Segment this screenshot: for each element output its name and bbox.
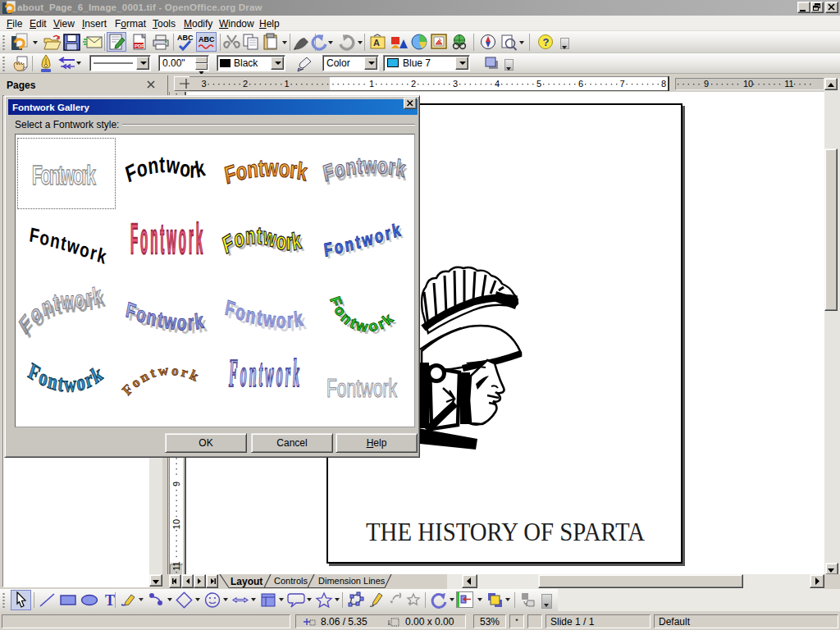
- svg-text:Fontwork: Fontwork: [28, 223, 109, 269]
- svg-text:1: 1: [369, 79, 374, 89]
- svg-text:Fontwork: Fontwork: [25, 358, 105, 396]
- svg-text:5: 5: [536, 79, 541, 89]
- svg-text:Fontwork: Fontwork: [326, 294, 397, 336]
- svg-text:10: 10: [743, 79, 753, 89]
- svg-text:3: 3: [453, 79, 458, 89]
- svg-text:Layout: Layout: [231, 576, 262, 587]
- svg-text:6: 6: [578, 79, 583, 89]
- svg-text:11: 11: [784, 79, 793, 89]
- svg-text:9: 9: [171, 482, 181, 486]
- svg-text:Fontwork: Fontwork: [32, 160, 97, 190]
- svg-text:Fontwork: Fontwork: [220, 221, 303, 259]
- svg-text:PDF: PDF: [135, 43, 144, 48]
- svg-text:A: A: [373, 38, 380, 48]
- svg-text:Fontwork: Fontwork: [119, 363, 201, 399]
- svg-text:2: 2: [243, 79, 248, 89]
- svg-text:Fontwork: Fontwork: [122, 151, 207, 188]
- svg-text:Fontwork: Fontwork: [222, 153, 309, 189]
- svg-text:1: 1: [284, 79, 289, 89]
- svg-text:Fontwork: Fontwork: [326, 374, 397, 403]
- svg-text:4: 4: [495, 79, 500, 89]
- svg-text:Dimension Lines: Dimension Lines: [318, 576, 386, 586]
- svg-text:2: 2: [411, 79, 416, 89]
- svg-text:7: 7: [619, 79, 624, 89]
- svg-text:9: 9: [704, 79, 709, 89]
- svg-text:Controls: Controls: [274, 576, 308, 586]
- svg-text:Fontwork: Fontwork: [229, 352, 299, 395]
- svg-text:ABC: ABC: [199, 35, 215, 43]
- svg-text:ABC: ABC: [177, 34, 194, 42]
- svg-text:3: 3: [201, 79, 206, 89]
- svg-text:10: 10: [171, 519, 181, 529]
- svg-text:?: ?: [543, 36, 550, 48]
- svg-text:8: 8: [661, 79, 666, 89]
- svg-text:11: 11: [171, 561, 181, 570]
- svg-text:Fontwork: Fontwork: [130, 216, 203, 262]
- svg-text:T: T: [105, 592, 115, 609]
